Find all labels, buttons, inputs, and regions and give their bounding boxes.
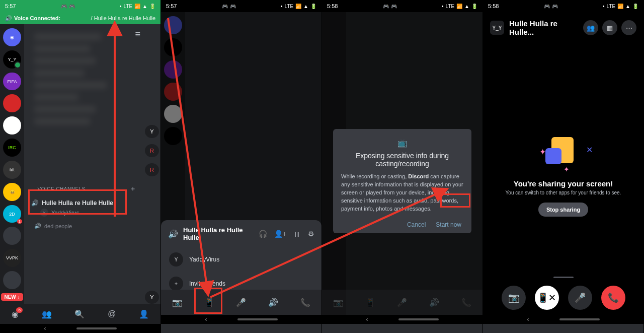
start-now-button[interactable]: Start now xyxy=(436,221,461,228)
call-controls-bar: 📷 📱✕ 🎤 📞 xyxy=(483,281,643,315)
server-item[interactable] xyxy=(3,271,21,289)
screenshare-active-button[interactable]: 📱✕ xyxy=(535,286,559,310)
screen-4-sharing: 5:58 🎮🎮 •LTE📶▲🔋 Y_Y Hulle Hulla re Hulle… xyxy=(483,0,644,333)
call-controls-bar: 📷📱🎤🔊📞 xyxy=(322,290,482,315)
mic-button[interactable]: 🎤 xyxy=(232,293,250,311)
status-icons: 🎮🎮 xyxy=(383,4,397,9)
home-pill[interactable] xyxy=(559,318,600,320)
headphones-icon[interactable]: 🎧 xyxy=(259,230,267,238)
server-item[interactable]: IRC xyxy=(3,139,21,157)
member-pill-column: Y R R Y xyxy=(143,24,160,304)
server-item[interactable]: 😄 xyxy=(3,183,21,201)
speaker-icon: 🔊 xyxy=(31,199,39,207)
status-icons: 🎮🎮 xyxy=(544,4,558,9)
add-channel-icon[interactable]: ＋ xyxy=(129,184,137,193)
cancel-button[interactable]: Cancel xyxy=(407,221,426,228)
voice-channels-header[interactable]: ⌄VOICE CHANNELS ＋ xyxy=(27,181,140,196)
cast-warning-icon: 📺 xyxy=(341,138,463,148)
blurred-channels xyxy=(24,24,143,304)
back-icon[interactable]: ‹ xyxy=(366,316,368,323)
camera-button[interactable]: 📷 xyxy=(502,286,526,310)
nav-friends-icon[interactable]: 👥 xyxy=(42,309,52,319)
sharing-subtitle: You can switch to other apps for your fr… xyxy=(483,190,643,195)
speaker-icon: 🔊 xyxy=(34,223,41,229)
status-bar: 5:57 🎮🎮 •LTE📶▲🔋 xyxy=(0,0,160,12)
voice-user-row[interactable]: Y YaddyVirus xyxy=(161,247,321,272)
call-controls-bar: 📷 📱 🎤 🔊 📞 xyxy=(161,290,321,315)
screen-3-permission-dialog: 5:58 🎮🎮 •LTE📶▲🔋 📺 Exposing sensitive inf… xyxy=(322,0,483,333)
camera-button[interactable]: 📷 xyxy=(168,293,186,311)
status-time: 5:58 xyxy=(488,3,499,9)
status-bar: 5:57 🎮🎮 •LTE📶▲🔋 xyxy=(161,0,321,12)
grid-icon[interactable]: ▦ xyxy=(602,20,617,35)
server-item[interactable] xyxy=(3,227,21,245)
nav-search-icon[interactable]: 🔍 xyxy=(74,309,85,319)
voice-connected-bar[interactable]: 🔊Voice Connected: / Hulle Hulla re Hulle… xyxy=(0,12,160,24)
user-avatar: Y xyxy=(40,209,48,217)
nav-discord-icon[interactable]: ◉6 xyxy=(12,309,19,319)
mic-button[interactable]: 🎤 xyxy=(568,286,592,310)
member-pill[interactable]: R xyxy=(145,163,159,176)
voice-bottom-sheet: 🔊 Hulle Hulla re Hulle Hulle 🎧 👤+ ⫼ ⚙ Y … xyxy=(161,220,321,299)
status-icons: 🎮🎮 xyxy=(222,4,236,9)
screen-1-channel-list: 5:57 🎮🎮 •LTE📶▲🔋 🔊Voice Connected: / Hull… xyxy=(0,0,161,333)
bottom-nav: ◉6 👥 🔍 @ 👤 xyxy=(0,304,160,324)
status-time: 5:57 xyxy=(166,3,177,9)
android-nav-rail: ‹ xyxy=(483,315,643,324)
stop-sharing-button[interactable]: Stop sharing xyxy=(538,203,588,217)
channel-list-pane: ≡ ⌄VOICE CHANNELS ＋ 🔊Hulle Hulla re Hull… xyxy=(24,24,143,304)
voice-channel-item[interactable]: 🔊ded-people xyxy=(27,220,140,229)
settings-icon[interactable]: ⚙ xyxy=(308,230,314,238)
add-user-icon[interactable]: 👤+ xyxy=(274,230,287,238)
dialog-body: While recording or casting, Discord can … xyxy=(341,173,463,213)
back-icon[interactable]: ‹ xyxy=(44,325,46,332)
soundboard-icon[interactable]: ⫼ xyxy=(294,230,301,238)
speaker-icon: 🔊 xyxy=(168,229,178,239)
server-item[interactable] xyxy=(3,116,21,135)
home-pill[interactable] xyxy=(76,327,117,329)
sharing-panel: ✦✕✦ You're sharing your screen! You can … xyxy=(483,133,643,217)
hangup-button[interactable]: 📞 xyxy=(296,293,314,311)
channel-avatar: Y_Y xyxy=(490,21,504,35)
members-icon[interactable]: 👥 xyxy=(583,20,598,35)
android-nav-rail: ‹ xyxy=(0,324,160,333)
channel-title: Hulle Hulla re Hulle... xyxy=(509,19,578,36)
drag-handle[interactable] xyxy=(553,277,574,278)
android-nav-rail: ‹ xyxy=(322,315,482,324)
back-icon[interactable]: ‹ xyxy=(205,316,207,323)
invite-icon: ＋ xyxy=(169,277,183,291)
status-icons: 🎮🎮 xyxy=(61,4,75,9)
nav-profile-icon[interactable]: 👤 xyxy=(139,309,149,319)
android-nav-rail: ‹ xyxy=(161,315,321,324)
server-item[interactable]: 2D1 xyxy=(3,205,21,223)
server-item[interactable]: FIFA xyxy=(3,73,21,91)
server-rail: ◉ Y_Y FIFA IRC tdt 😄 2D1 VVPK NEW ↓ xyxy=(0,24,24,304)
back-icon[interactable]: ‹ xyxy=(527,316,529,323)
more-icon[interactable]: ⋯ xyxy=(621,20,636,35)
menu-icon[interactable]: ≡ xyxy=(135,29,140,40)
voice-channel-item[interactable]: 🔊Hulle Hulla re Hulle Hulle YYaddyVirus xyxy=(27,196,140,220)
speaker-button[interactable]: 🔊 xyxy=(264,293,282,311)
status-right: •LTE📶▲🔋 xyxy=(281,4,316,9)
home-pill[interactable] xyxy=(398,318,439,320)
screen-2-voice-sheet: 5:57 🎮🎮 •LTE📶▲🔋 🔊 Hulle Hulla re Hulle H… xyxy=(161,0,322,333)
new-servers-button[interactable]: NEW ↓ xyxy=(1,293,23,301)
speaker-icon: 🔊 xyxy=(5,15,12,22)
status-right: •LTE📶▲🔋 xyxy=(120,4,155,9)
screenshare-button[interactable]: 📱 xyxy=(200,293,218,311)
hangup-button[interactable]: 📞 xyxy=(601,286,625,310)
member-pill[interactable]: R xyxy=(145,144,159,157)
server-item[interactable]: Y_Y xyxy=(3,50,21,69)
member-pill[interactable]: Y xyxy=(145,291,159,304)
user-avatar: Y xyxy=(169,252,183,267)
server-item[interactable]: VVPK xyxy=(3,249,21,267)
member-pill[interactable]: Y xyxy=(145,125,159,138)
voice-header: Y_Y Hulle Hulla re Hulle... 👥 ▦ ⋯ xyxy=(483,12,643,43)
home-pill[interactable] xyxy=(237,318,278,320)
server-discord[interactable]: ◉ xyxy=(3,28,21,46)
status-bar: 5:58 🎮🎮 •LTE📶▲🔋 xyxy=(483,0,643,12)
nav-mentions-icon[interactable]: @ xyxy=(108,309,116,318)
sharing-illustration: ✦✕✦ xyxy=(533,133,594,173)
server-item[interactable] xyxy=(3,94,21,112)
server-item[interactable]: tdt xyxy=(3,161,21,179)
